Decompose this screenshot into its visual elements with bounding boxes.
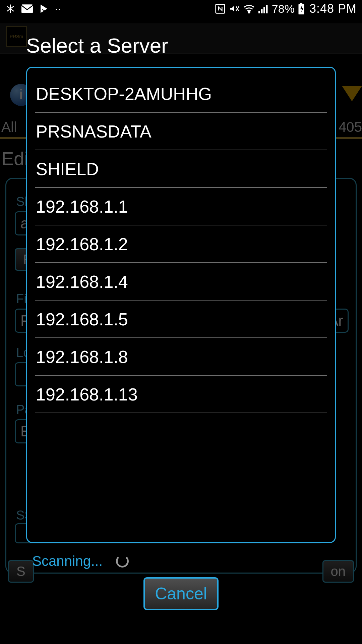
status-bar: ··: [0, 0, 362, 17]
page-heading: Edi: [1, 148, 28, 169]
status-right-group: 78% 3:48 PM: [215, 2, 357, 16]
server-item[interactable]: 192.168.1.4: [35, 263, 327, 301]
cancel-button[interactable]: Cancel: [143, 577, 219, 610]
svg-rect-7: [263, 7, 265, 13]
dialog-title: Select a Server: [26, 34, 336, 57]
app-logo: PRSm: [6, 26, 27, 47]
server-item[interactable]: PRSNASDATA: [35, 113, 327, 150]
battery-charging-icon: [298, 3, 305, 14]
server-item[interactable]: SHIELD: [35, 150, 327, 188]
nfc-icon: [215, 3, 226, 14]
spinner-icon: [116, 555, 129, 568]
svg-rect-6: [261, 9, 262, 13]
svg-rect-8: [266, 5, 267, 13]
svg-rect-0: [21, 4, 33, 13]
server-item[interactable]: 192.168.1.1: [35, 188, 327, 225]
download-arrow-icon: [342, 84, 362, 104]
vibrate-mute-icon: [229, 3, 240, 14]
clock-time: 3:48 PM: [309, 2, 357, 16]
server-item[interactable]: 192.168.1.2: [35, 225, 327, 263]
play-store-icon: [39, 4, 49, 14]
battery-percent: 78%: [272, 2, 295, 15]
server-item[interactable]: 192.168.1.13: [35, 376, 327, 413]
status-left-group: ··: [5, 3, 62, 14]
tab-all: All: [0, 119, 27, 139]
svg-rect-5: [258, 11, 260, 13]
scanning-label: Scanning...: [32, 553, 103, 569]
server-item[interactable]: 192.168.1.8: [35, 338, 327, 376]
server-list[interactable]: DESKTOP-2AMUHHG PRSNASDATA SHIELD 192.16…: [26, 67, 336, 543]
scanning-row: Scanning...: [32, 553, 336, 569]
svg-rect-10: [300, 3, 302, 4]
snowflake-icon: [5, 4, 15, 14]
select-server-dialog: Select a Server DESKTOP-2AMUHHG PRSNASDA…: [26, 29, 336, 610]
mail-icon: [21, 4, 33, 13]
server-item[interactable]: 192.168.1.5: [35, 301, 327, 338]
svg-point-4: [248, 11, 250, 13]
label-find: Fi: [16, 292, 27, 306]
wifi-icon: [243, 4, 255, 13]
server-item[interactable]: DESKTOP-2AMUHHG: [35, 75, 327, 113]
more-notifications-icon: ··: [55, 3, 62, 14]
cell-signal-icon: [258, 4, 268, 13]
